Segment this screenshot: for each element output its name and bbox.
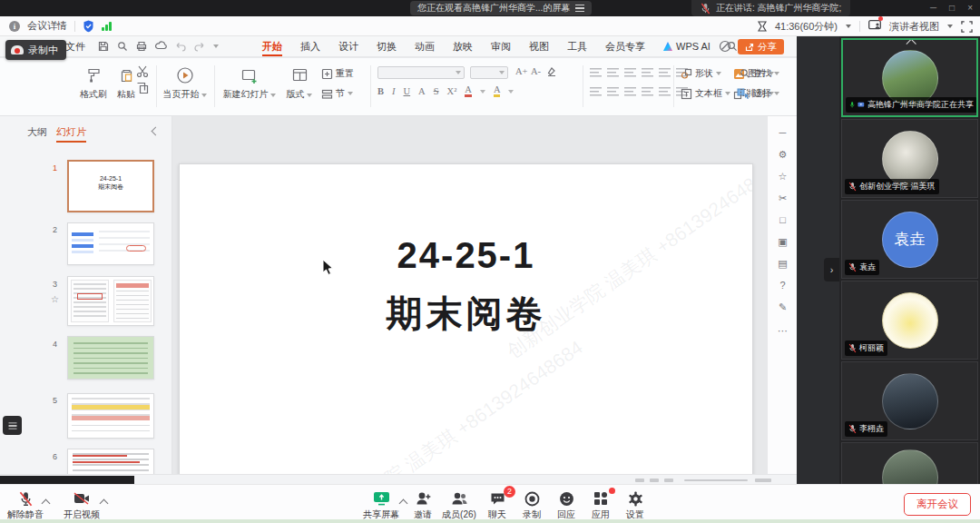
select-button[interactable]: 选择 [740, 87, 779, 100]
play-from-current-button[interactable]: 当页开始 [162, 65, 209, 101]
bold-button[interactable]: B [377, 86, 384, 96]
tab-review[interactable]: 审阅 [482, 36, 520, 57]
cloud-sync-icon[interactable] [719, 40, 731, 53]
collapse-panel-icon[interactable] [152, 127, 161, 136]
cut-icon[interactable] [136, 65, 149, 77]
decrease-font-button[interactable]: A- [531, 66, 541, 76]
shapes-button[interactable]: 形状 [681, 67, 721, 80]
tab-home[interactable]: 开始 [253, 36, 291, 57]
close-button[interactable]: × [967, 3, 973, 13]
tab-animation[interactable]: 动画 [406, 36, 444, 57]
quickbar-chevron-down-icon[interactable] [213, 44, 219, 48]
slide-thumbnail-2[interactable] [67, 222, 154, 265]
banner-menu-icon[interactable] [575, 5, 584, 12]
slide-thumbnail-1[interactable]: 24-25-1 期末阅卷 [67, 160, 154, 212]
security-shield-icon[interactable] [83, 20, 94, 33]
highlight-color-button[interactable]: A [494, 85, 501, 97]
save-icon[interactable] [98, 41, 109, 52]
slide-thumbnail-5[interactable] [67, 393, 154, 439]
collapse-rail-icon[interactable]: ─ [768, 127, 798, 138]
participant-tile[interactable]: 李栩垚 [841, 361, 978, 440]
expand-panel-button[interactable]: › [824, 258, 839, 281]
font-family-chevron-icon[interactable] [456, 71, 461, 74]
notes-panel-icon[interactable]: ▤ [768, 258, 798, 270]
font-family-select[interactable] [377, 66, 465, 79]
favorites-star-icon[interactable]: ☆ [768, 171, 798, 183]
clear-format-icon[interactable] [546, 66, 557, 77]
bullets-icon[interactable] [590, 67, 602, 77]
view-sorter-icon[interactable] [650, 479, 659, 482]
video-options-chevron-icon[interactable] [100, 499, 109, 508]
meeting-details-link[interactable]: 会议详情 [27, 19, 67, 33]
cloud-share-icon[interactable] [155, 41, 167, 52]
slide-thumbnail-4[interactable] [67, 336, 154, 380]
participant-tile[interactable]: 高艳锋广州华商学院正在共享 [841, 38, 978, 117]
format-painter-button[interactable]: 格式刷 [78, 65, 109, 101]
decrease-indent-icon[interactable] [624, 67, 636, 77]
slide-thumbnail-3[interactable] [67, 276, 154, 326]
tab-slides[interactable]: 幻灯片 [56, 125, 86, 139]
start-video-button[interactable]: 开启视频 [56, 489, 107, 521]
slide-layout-button[interactable]: 版式 [281, 65, 318, 101]
mic-options-chevron-icon[interactable] [42, 499, 51, 508]
increase-indent-icon[interactable] [642, 67, 653, 77]
new-slide-button[interactable]: 新建幻灯片 [221, 65, 278, 101]
tools-icon[interactable]: ✂ [768, 192, 798, 204]
slide-canvas[interactable]: 创新创业学院 温美琪 +8613924648684 创新创业学院 温美琪 +86… [179, 163, 753, 483]
section-button[interactable]: 节 [321, 87, 353, 100]
network-signal-icon[interactable] [102, 22, 112, 31]
chart-panel-icon[interactable]: ▣ [768, 236, 798, 248]
leave-meeting-button[interactable]: 离开会议 [904, 493, 971, 516]
tab-transition[interactable]: 切换 [368, 36, 406, 57]
underline-button[interactable]: U [404, 86, 411, 96]
italic-button[interactable]: I [392, 86, 396, 96]
tab-wps-ai[interactable]: WPS AI [654, 41, 720, 52]
view-show-icon[interactable] [664, 479, 673, 482]
copy-panel-icon[interactable]: □ [768, 214, 798, 225]
align-left-icon[interactable] [590, 86, 602, 96]
superscript-button[interactable]: X² [447, 86, 457, 96]
tab-design[interactable]: 设计 [329, 36, 368, 57]
participant-tile[interactable]: 柯丽颖 [841, 281, 978, 360]
redo-icon[interactable] [194, 41, 205, 52]
help-icon[interactable]: ? [768, 280, 798, 291]
justify-icon[interactable] [642, 86, 653, 96]
settings-button[interactable]: 设置 [610, 489, 661, 521]
participant-tile[interactable]: 袁垚 袁垚 [841, 200, 978, 279]
font-size-chevron-icon[interactable] [499, 71, 505, 74]
print-preview-icon[interactable] [117, 41, 128, 52]
tab-member[interactable]: 会员专享 [596, 36, 654, 57]
edit-panel-icon[interactable]: ✎ [768, 301, 798, 313]
tab-outline[interactable]: 大纲 [27, 125, 47, 139]
font-color-button[interactable]: A [465, 85, 472, 97]
textbox-button[interactable]: 文本框 [681, 87, 730, 100]
settings-icon[interactable]: ⚙ [768, 149, 798, 161]
tab-slideshow[interactable]: 放映 [444, 36, 482, 57]
wps-share-button[interactable]: 分享 [738, 39, 784, 54]
timer-chevron-down-icon[interactable] [846, 25, 851, 28]
more-dots-icon[interactable]: ⋯ [768, 325, 798, 337]
watching-banner[interactable]: 您正在观看高艳锋广州华商学...的屏幕 [410, 1, 592, 15]
info-icon[interactable]: i [9, 21, 20, 32]
find-button[interactable]: 查找 [740, 67, 779, 80]
collapse-tile-chevron-icon[interactable] [906, 39, 916, 49]
reset-button[interactable]: 重置 [321, 67, 354, 80]
view-mode-chevron-down-icon[interactable] [947, 25, 953, 28]
copy-icon[interactable] [136, 82, 149, 94]
fullscreen-icon[interactable] [961, 21, 973, 33]
undo-icon[interactable] [175, 41, 186, 52]
align-center-icon[interactable] [607, 86, 619, 96]
distribute-icon[interactable] [659, 86, 671, 96]
meeting-drawer-handle[interactable] [3, 416, 22, 435]
view-mode-label[interactable]: 演讲者视图 [889, 20, 939, 34]
increase-font-button[interactable]: A+ [515, 66, 528, 76]
highlight-chevron-icon[interactable] [508, 90, 514, 94]
strike-button[interactable]: S [434, 86, 439, 96]
tab-insert[interactable]: 插入 [291, 36, 329, 57]
tab-tools[interactable]: 工具 [558, 36, 596, 57]
participant-tile[interactable]: 创新创业学院 温美琪 [841, 119, 978, 198]
maximize-button[interactable]: □ [949, 3, 955, 13]
zoom-slider[interactable] [684, 479, 748, 481]
align-right-icon[interactable] [624, 86, 636, 96]
numbering-icon[interactable] [607, 67, 619, 77]
